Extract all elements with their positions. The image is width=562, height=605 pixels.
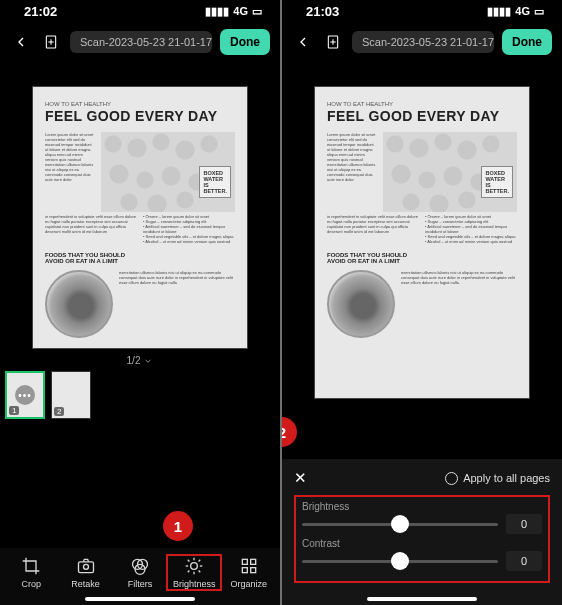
home-indicator[interactable] (85, 597, 195, 601)
crop-tool[interactable]: Crop (5, 556, 57, 589)
doc-paragraph: in reprehenderit in voluptate velit esse… (45, 214, 137, 244)
contrast-label: Contrast (302, 538, 542, 549)
status-time: 21:02 (24, 4, 57, 19)
screen-right: 21:03 ▮▮▮▮ 4G ▭ Scan-2023-05-23 21-01-17… (282, 0, 562, 605)
status-bar: 21:03 ▮▮▮▮ 4G ▭ (282, 0, 562, 22)
doc-image-citrus: BOXED WATER IS BETTER. (383, 132, 517, 212)
document-preview-area: HOW TO EAT HEALTHY FEEL GOOD EVERY DAY L… (282, 62, 562, 399)
back-button[interactable] (10, 31, 32, 53)
svg-line-15 (188, 571, 190, 573)
network-label: 4G (515, 5, 530, 17)
document-preview-area: HOW TO EAT HEALTHY FEEL GOOD EVERY DAY L… (0, 62, 280, 349)
document-page[interactable]: HOW TO EAT HEALTHY FEEL GOOD EVERY DAY L… (32, 86, 248, 349)
doc-paragraph: exercitation ullamco laboris nisi ut ali… (401, 270, 517, 285)
filters-icon (130, 556, 150, 576)
svg-rect-20 (250, 568, 255, 573)
doc-image-bowl (327, 270, 395, 338)
doc-paragraph: • Omere – lorem ipsum dolor sit amet• Su… (425, 214, 517, 244)
svg-rect-18 (250, 559, 255, 564)
brightness-slider[interactable] (302, 523, 498, 526)
battery-icon: ▭ (534, 5, 544, 18)
done-button[interactable]: Done (220, 29, 270, 55)
crop-icon (21, 556, 41, 576)
thumbnail-number: 2 (54, 407, 64, 416)
tool-label: Retake (71, 579, 100, 589)
doc-boxed-water-label: BOXED WATER IS BETTER. (199, 166, 231, 198)
doc-paragraph: • Omere – lorem ipsum dolor sit amet• Su… (143, 214, 235, 244)
document-title-pill[interactable]: Scan-2023-05-23 21-01-17 (70, 31, 212, 53)
camera-icon (76, 556, 96, 576)
contrast-value: 0 (506, 551, 542, 571)
retake-tool[interactable]: Retake (60, 556, 112, 589)
contrast-slider[interactable] (302, 560, 498, 563)
chevron-down-icon (143, 356, 153, 366)
tool-label: Filters (128, 579, 153, 589)
annotation-badge-2: 2 (282, 417, 297, 447)
doc-image-bowl (45, 270, 113, 338)
done-button[interactable]: Done (502, 29, 552, 55)
svg-point-4 (83, 564, 88, 569)
apply-all-toggle[interactable]: Apply to all pages (445, 472, 550, 485)
close-panel-button[interactable]: ✕ (294, 469, 307, 487)
annotation-badge-1: 1 (163, 511, 193, 541)
network-label: 4G (233, 5, 248, 17)
status-right: ▮▮▮▮ 4G ▭ (205, 5, 262, 18)
tool-label: Brightness (173, 579, 216, 589)
tool-label: Crop (21, 579, 41, 589)
status-right: ▮▮▮▮ 4G ▭ (487, 5, 544, 18)
organize-tool[interactable]: Organize (223, 556, 275, 589)
signal-icon: ▮▮▮▮ (205, 5, 229, 18)
doc-image-citrus: BOXED WATER IS BETTER. (101, 132, 235, 212)
brightness-row: Brightness 0 (302, 501, 542, 534)
battery-icon: ▭ (252, 5, 262, 18)
top-bar: Scan-2023-05-23 21-01-17 Done (282, 22, 562, 62)
add-page-button[interactable] (322, 31, 344, 53)
screen-left: 21:02 ▮▮▮▮ 4G ▭ Scan-2023-05-23 21-01-17… (0, 0, 280, 605)
doc-title: FEEL GOOD EVERY DAY (327, 108, 517, 124)
brightness-icon (184, 556, 204, 576)
svg-line-13 (188, 560, 190, 562)
thumbnail-2[interactable]: 2 (51, 371, 91, 419)
svg-line-14 (199, 571, 201, 573)
doc-paragraph: Lorem ipsum dolor sit amet consectetur e… (45, 132, 95, 212)
svg-rect-3 (78, 562, 93, 573)
brightness-value: 0 (506, 514, 542, 534)
home-indicator[interactable] (367, 597, 477, 601)
status-bar: 21:02 ▮▮▮▮ 4G ▭ (0, 0, 280, 22)
doc-paragraph: in reprehenderit in voluptate velit esse… (327, 214, 419, 244)
grid-icon (239, 556, 259, 576)
apply-all-label: Apply to all pages (463, 472, 550, 484)
document-page[interactable]: HOW TO EAT HEALTHY FEEL GOOD EVERY DAY L… (314, 86, 530, 399)
status-time: 21:03 (306, 4, 339, 19)
svg-rect-17 (242, 559, 247, 564)
thumbnail-1[interactable]: ••• 1 (5, 371, 45, 419)
page-indicator-label: 1/2 (127, 355, 141, 366)
page-indicator[interactable]: 1/2 (0, 355, 280, 366)
brightness-tool[interactable]: Brightness (168, 556, 220, 589)
doc-section-heading: FOODS THAT YOU SHOULD AVOID OR EAT IN A … (45, 252, 235, 264)
doc-subtitle: HOW TO EAT HEALTHY (45, 101, 235, 107)
back-button[interactable] (292, 31, 314, 53)
top-bar: Scan-2023-05-23 21-01-17 Done (0, 22, 280, 62)
more-icon[interactable]: ••• (15, 385, 35, 405)
doc-subtitle: HOW TO EAT HEALTHY (327, 101, 517, 107)
contrast-row: Contrast 0 (302, 538, 542, 571)
thumbnail-number: 1 (9, 406, 19, 415)
brightness-label: Brightness (302, 501, 542, 512)
radio-icon (445, 472, 458, 485)
brightness-panel: ✕ Apply to all pages Brightness 0 Contra… (282, 459, 562, 605)
svg-rect-19 (242, 568, 247, 573)
svg-line-16 (199, 560, 201, 562)
slider-knob[interactable] (391, 515, 409, 533)
document-title-pill[interactable]: Scan-2023-05-23 21-01-17 (352, 31, 494, 53)
add-page-button[interactable] (40, 31, 62, 53)
slider-knob[interactable] (391, 552, 409, 570)
doc-title: FEEL GOOD EVERY DAY (45, 108, 235, 124)
filters-tool[interactable]: Filters (114, 556, 166, 589)
doc-paragraph: Lorem ipsum dolor sit amet consectetur e… (327, 132, 377, 212)
svg-point-8 (191, 563, 198, 570)
slider-group-highlight: Brightness 0 Contrast 0 (294, 495, 550, 583)
tool-label: Organize (230, 579, 267, 589)
signal-icon: ▮▮▮▮ (487, 5, 511, 18)
doc-paragraph: exercitation ullamco laboris nisi ut ali… (119, 270, 235, 285)
